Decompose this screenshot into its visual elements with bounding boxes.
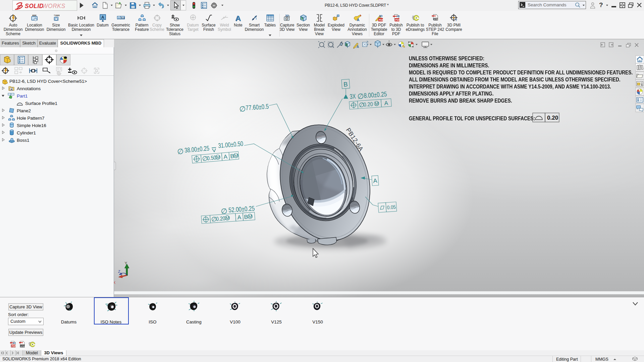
svg-text:A: A [384,100,388,107]
svg-text:8.00±0.25: 8.00±0.25 [364,90,387,99]
svg-text:X: X [114,281,116,285]
svg-text:PDF: PDF [12,345,16,347]
svg-text:A: A [235,14,240,22]
svg-text:77.60±0.5: 77.60±0.5 [246,103,269,112]
svg-text:PDF: PDF [395,19,400,21]
svg-text:∅: ∅ [357,92,364,101]
svg-text:M: M [375,101,379,106]
svg-text:?: ? [455,18,457,22]
svg-text:A: A [101,15,104,20]
svg-text:0.20: 0.20 [547,115,558,121]
svg-text:3D: 3D [396,15,399,18]
svg-text:SOLID: SOLID [25,3,44,9]
svg-text:3X: 3X [350,93,356,100]
svg-text:0.20: 0.20 [363,101,373,108]
svg-text:3D: 3D [379,14,382,18]
svg-text:A: A [373,177,377,184]
svg-text:A: A [237,214,241,221]
svg-text:A: A [357,45,359,49]
svg-text:M: M [234,153,238,159]
svg-text:STEP: STEP [434,18,439,20]
svg-text:M: M [225,216,229,221]
svg-text:B: B [343,81,348,88]
svg-text:AT: AT [192,16,194,19]
svg-text:Y: Y [125,261,127,265]
svg-text:0.20: 0.20 [216,215,225,222]
svg-text:0.50: 0.50 [207,155,217,162]
svg-text:B: B [244,214,248,220]
svg-text:M: M [216,155,220,160]
svg-text:38.00±0.25: 38.00±0.25 [184,144,210,154]
svg-text:∅: ∅ [177,147,184,156]
svg-text:xxx: xxx [55,14,59,17]
svg-text:3D: 3D [12,342,15,344]
svg-text:WORKS: WORKS [42,3,65,9]
svg-text:31.00±0.50: 31.00±0.50 [218,140,244,149]
svg-text:0.05: 0.05 [387,204,396,210]
svg-text:A: A [223,154,228,160]
svg-text:xxx: xxx [32,14,36,17]
svg-text:STEP: STEP [20,345,26,347]
svg-text:PDF: PDF [379,19,384,21]
svg-text:A: A [10,88,12,91]
svg-text:A: A [357,18,359,22]
svg-text:M: M [248,214,252,219]
svg-text:Z: Z [118,269,120,274]
svg-text:∅: ∅ [239,105,246,113]
svg-text:0.3: 0.3 [121,17,124,19]
